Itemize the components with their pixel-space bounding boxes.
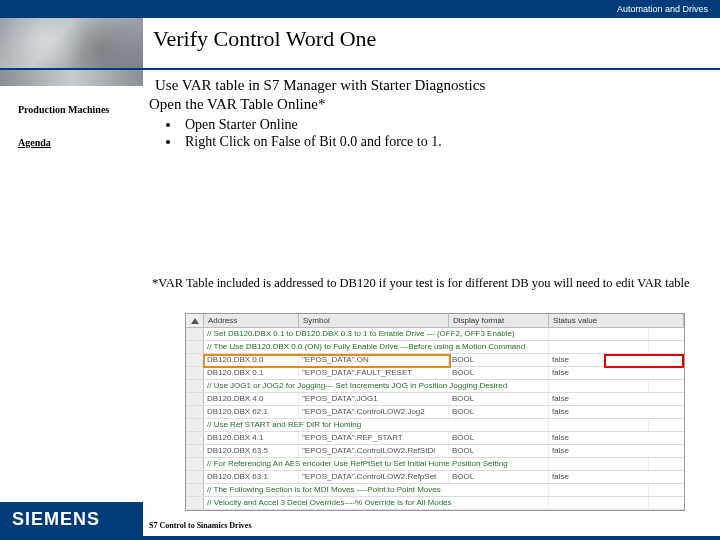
table-row: DB120.DBX 63.5"EPOS_DATA".ControlLOW2.Re… bbox=[186, 445, 684, 458]
sidebar-decorative-strip bbox=[0, 70, 143, 86]
row-gutter bbox=[186, 393, 204, 405]
cell-address: DB120.DBX 0.0 bbox=[204, 354, 299, 366]
row-gutter bbox=[186, 458, 204, 470]
row-gutter bbox=[186, 484, 204, 496]
table-row: DB120.DBX 62.1"EPOS_DATA".ControlLOW2.Jo… bbox=[186, 406, 684, 419]
main-content: Use VAR table in S7 Manager with Starter… bbox=[143, 70, 720, 230]
row-gutter bbox=[186, 406, 204, 418]
gutter-icon bbox=[186, 314, 204, 327]
row-gutter bbox=[186, 341, 204, 353]
cell-status: false bbox=[549, 432, 684, 444]
var-table-screenshot: Address Symbol Display format Status val… bbox=[185, 313, 685, 511]
comment-cell: // Set DB120.DBX 0.1 to DB120.DBX 0.3 to… bbox=[204, 328, 549, 340]
cell-symbol: "EPOS_DATA".ControlLOW2.RefStDi bbox=[299, 445, 449, 457]
col-header-symbol: Symbol bbox=[299, 314, 449, 327]
cell-format: BOOL bbox=[449, 471, 549, 483]
row-gutter bbox=[186, 419, 204, 431]
comment-cell: // For Referencing An AES encoder Use Re… bbox=[204, 458, 549, 470]
header-decorative-image bbox=[0, 18, 143, 68]
sidebar-item-production-machines[interactable]: Production Machines bbox=[0, 86, 143, 119]
content-line-1: Use VAR table in S7 Manager with Starter… bbox=[149, 76, 714, 95]
row-gutter bbox=[186, 354, 204, 366]
header-row: Verify Control Word One bbox=[0, 18, 720, 68]
table-row: DB120.DBX 0.1"EPOS_DATA".FAULT_RESETBOOL… bbox=[186, 367, 684, 380]
cell-format: BOOL bbox=[449, 445, 549, 457]
cell-symbol: "EPOS_DATA".ON bbox=[299, 354, 449, 366]
cell-symbol: "EPOS_DATA".REF_START bbox=[299, 432, 449, 444]
siemens-logo: SIEMENS bbox=[0, 502, 143, 536]
cell-status: false bbox=[549, 406, 684, 418]
content-bullet-1: Open Starter Online bbox=[181, 116, 714, 134]
cell-address: DB120.DBX 63.1 bbox=[204, 471, 299, 483]
sidebar-item-agenda[interactable]: Agenda bbox=[0, 119, 143, 152]
footer-bar bbox=[0, 536, 720, 540]
comment-cell: // The Following Section is for MDI Move… bbox=[204, 484, 549, 496]
cell-address: DB120.DBX 62.1 bbox=[204, 406, 299, 418]
content-bullet-2: Right Click on False of Bit 0.0 and forc… bbox=[181, 133, 714, 151]
footer-text: S7 Control to Sinamics Drives bbox=[143, 521, 712, 536]
table-header-row: Address Symbol Display format Status val… bbox=[186, 314, 684, 328]
table-row: // Use Ref START and REF DIR for Homing bbox=[186, 419, 684, 432]
cell-format: BOOL bbox=[449, 432, 549, 444]
cell-format: BOOL bbox=[449, 367, 549, 379]
table-row: DB120.DBX 63.1"EPOS_DATA".ControlLOW2.Re… bbox=[186, 471, 684, 484]
cell-format: BOOL bbox=[449, 406, 549, 418]
cell-status: false bbox=[549, 367, 684, 379]
table-row: // The Use DB120.DBX 0.0 (ON) to Fully E… bbox=[186, 341, 684, 354]
footer: SIEMENS S7 Control to Sinamics Drives bbox=[0, 502, 720, 540]
cell-status: false bbox=[549, 354, 684, 366]
cell-format: BOOL bbox=[449, 354, 549, 366]
table-row: // For Referencing An AES encoder Use Re… bbox=[186, 458, 684, 471]
row-gutter bbox=[186, 367, 204, 379]
table-row: // Set DB120.DBX 0.1 to DB120.DBX 0.3 to… bbox=[186, 328, 684, 341]
cell-address: DB120.DBX 4.1 bbox=[204, 432, 299, 444]
cell-symbol: "EPOS_DATA".JOG1 bbox=[299, 393, 449, 405]
comment-cell: // The Use DB120.DBX 0.0 (ON) to Fully E… bbox=[204, 341, 549, 353]
content-line-2: Open the VAR Table Online* bbox=[149, 95, 714, 114]
table-row: // Use JOG1 or JOG2 for Jogging--- Set I… bbox=[186, 380, 684, 393]
row-gutter bbox=[186, 328, 204, 340]
cell-format: BOOL bbox=[449, 393, 549, 405]
row-gutter bbox=[186, 432, 204, 444]
col-header-address: Address bbox=[204, 314, 299, 327]
page-title: Verify Control Word One bbox=[143, 18, 720, 68]
cell-status: false bbox=[549, 471, 684, 483]
cell-status: false bbox=[549, 393, 684, 405]
cell-address: DB120.DBX 0.1 bbox=[204, 367, 299, 379]
col-header-format: Display format bbox=[449, 314, 549, 327]
footnote: *VAR Table included is addressed to DB12… bbox=[0, 230, 720, 291]
top-banner: Automation and Drives bbox=[0, 0, 720, 18]
table-row: DB120.DBX 0.0"EPOS_DATA".ONBOOLfalse bbox=[186, 354, 684, 367]
cell-symbol: "EPOS_DATA".ControlLOW2.Jog2 bbox=[299, 406, 449, 418]
table-row: // The Following Section is for MDI Move… bbox=[186, 484, 684, 497]
comment-cell: // Use Ref START and REF DIR for Homing bbox=[204, 419, 549, 431]
table-row: DB120.DBX 4.1"EPOS_DATA".REF_STARTBOOLfa… bbox=[186, 432, 684, 445]
row-gutter bbox=[186, 445, 204, 457]
row-gutter bbox=[186, 380, 204, 392]
table-row: DB120.DBX 4.0"EPOS_DATA".JOG1BOOLfalse bbox=[186, 393, 684, 406]
sidebar: Production Machines Agenda bbox=[0, 70, 143, 230]
col-header-status: Status value bbox=[549, 314, 684, 327]
cell-symbol: "EPOS_DATA".ControlLOW2.RefpSet bbox=[299, 471, 449, 483]
row-gutter bbox=[186, 471, 204, 483]
cell-status: false bbox=[549, 445, 684, 457]
footer-right bbox=[712, 532, 720, 536]
cell-address: DB120.DBX 4.0 bbox=[204, 393, 299, 405]
cell-address: DB120.DBX 63.5 bbox=[204, 445, 299, 457]
cell-symbol: "EPOS_DATA".FAULT_RESET bbox=[299, 367, 449, 379]
comment-cell: // Use JOG1 or JOG2 for Jogging--- Set I… bbox=[204, 380, 549, 392]
topbar-text: Automation and Drives bbox=[617, 4, 708, 14]
